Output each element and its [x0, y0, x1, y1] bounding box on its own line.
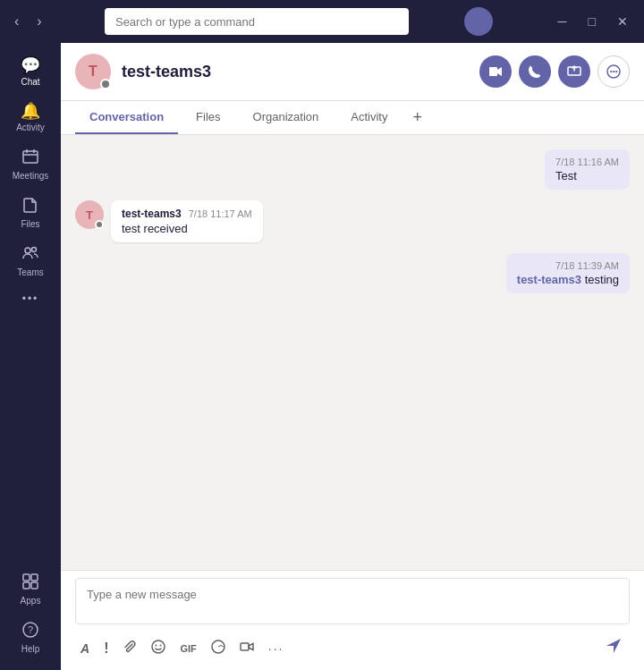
message-outgoing-2: 7/18 11:39 AM test-teams3 testing	[75, 253, 630, 293]
sidebar-label-chat: Chat	[21, 77, 39, 87]
mention: test-teams3	[517, 273, 581, 286]
user-avatar[interactable]	[464, 7, 493, 36]
more-toolbar-button[interactable]: ···	[263, 638, 290, 659]
sidebar-item-help[interactable]: ? Help	[4, 615, 57, 661]
svg-rect-6	[23, 574, 30, 581]
important-button[interactable]: !	[98, 637, 114, 660]
apps-icon	[22, 573, 38, 592]
nav-buttons: ‹ ›	[7, 10, 49, 33]
sticker-button[interactable]	[206, 636, 231, 661]
main-layout: 💬 Chat 🔔 Activity Meetings	[0, 43, 644, 670]
more-icon: •••	[22, 293, 39, 304]
sidebar-item-files[interactable]: Files	[4, 190, 57, 236]
svg-point-20	[160, 644, 162, 646]
close-button[interactable]: ✕	[608, 11, 637, 32]
tab-bar: Conversation Files Organization Activity…	[61, 101, 644, 135]
svg-rect-22	[241, 643, 249, 650]
message-bubble: test-teams3 7/18 11:17 AM test received	[111, 200, 263, 242]
message-text-suffix: testing	[581, 273, 619, 286]
sidebar-item-chat[interactable]: 💬 Chat	[4, 50, 57, 94]
sidebar-item-more[interactable]: •••	[4, 286, 57, 311]
contact-avatar: T	[75, 54, 111, 89]
video-call-button[interactable]	[479, 55, 512, 88]
meet-button[interactable]	[234, 636, 259, 661]
search-input[interactable]	[105, 8, 409, 35]
add-tab-button[interactable]: +	[405, 101, 429, 134]
sender-avatar: T	[75, 200, 104, 229]
input-toolbar: A ! GIF	[75, 628, 630, 663]
message-bubble: 7/18 11:16 AM Test	[545, 149, 630, 190]
tab-activity[interactable]: Activity	[336, 101, 402, 134]
help-icon: ?	[22, 622, 38, 640]
sidebar: 💬 Chat 🔔 Activity Meetings	[0, 43, 61, 670]
message-time: 7/18 11:39 AM	[517, 260, 619, 271]
maximize-button[interactable]: □	[580, 11, 605, 32]
activity-icon: 🔔	[21, 103, 40, 119]
message-text: Test	[555, 169, 619, 182]
forward-button[interactable]: ›	[30, 10, 48, 33]
message-text: test received	[122, 222, 252, 235]
share-screen-button[interactable]	[558, 55, 590, 88]
message-time: 7/18 11:16 AM	[555, 157, 619, 167]
title-bar: ‹ › ─ □ ✕	[0, 0, 644, 43]
tab-conversation[interactable]: Conversation	[75, 101, 178, 134]
input-area: A ! GIF	[61, 570, 644, 670]
files-icon	[22, 197, 38, 216]
sidebar-item-apps[interactable]: Apps	[4, 566, 57, 613]
avatar-initial: T	[89, 64, 97, 80]
svg-rect-12	[489, 67, 497, 76]
svg-rect-9	[31, 582, 38, 589]
chat-header: T test-teams3	[61, 43, 644, 101]
chat-content: T test-teams3	[61, 43, 644, 670]
send-button[interactable]	[597, 633, 630, 663]
minimize-button[interactable]: ─	[549, 11, 576, 32]
sidebar-label-teams: Teams	[17, 267, 43, 277]
teams-icon	[22, 245, 38, 264]
message-sender-row: test-teams3 7/18 11:17 AM	[122, 208, 252, 220]
message-outgoing-1: 7/18 11:16 AM Test	[75, 149, 630, 190]
sidebar-item-teams[interactable]: Teams	[4, 238, 57, 284]
avatar-status	[100, 79, 111, 89]
chat-icon: 💬	[21, 57, 40, 73]
format-button[interactable]: A	[75, 638, 95, 659]
sidebar-label-activity: Activity	[16, 123, 45, 132]
svg-rect-8	[23, 582, 30, 589]
giphy-button[interactable]: GIF	[174, 640, 201, 657]
tab-organization[interactable]: Organization	[239, 101, 334, 134]
svg-rect-7	[31, 574, 38, 581]
svg-rect-0	[23, 151, 38, 163]
message-input[interactable]	[75, 578, 630, 624]
more-options-button[interactable]	[597, 55, 630, 88]
sidebar-item-activity[interactable]: 🔔 Activity	[4, 96, 57, 140]
sidebar-label-help: Help	[21, 644, 40, 654]
header-actions	[479, 55, 630, 88]
sender-avatar-initial: T	[86, 208, 93, 222]
emoji-button[interactable]	[146, 636, 171, 661]
search-bar	[105, 8, 409, 35]
message-time: 7/18 11:17 AM	[189, 208, 252, 219]
meetings-icon	[22, 148, 38, 167]
window-controls: ─ □ ✕	[549, 11, 637, 32]
message-text: test-teams3 testing	[517, 273, 619, 286]
message-incoming-1: T test-teams3 7/18 11:17 AM test receive…	[75, 200, 630, 242]
svg-text:?: ?	[28, 624, 33, 635]
svg-point-18	[152, 640, 165, 653]
svg-point-19	[156, 644, 157, 646]
attach-button[interactable]	[117, 636, 142, 661]
message-sender: test-teams3	[122, 208, 182, 220]
sidebar-label-apps: Apps	[21, 596, 41, 606]
phone-call-button[interactable]	[519, 55, 551, 88]
messages-area: 7/18 11:16 AM Test T test-teams3 7/18 11…	[61, 135, 644, 570]
svg-point-4	[25, 248, 30, 253]
contact-name: test-teams3	[122, 63, 479, 81]
tab-files[interactable]: Files	[182, 101, 234, 134]
sidebar-label-files: Files	[21, 219, 39, 229]
sidebar-item-meetings[interactable]: Meetings	[4, 141, 57, 188]
message-bubble: 7/18 11:39 AM test-teams3 testing	[506, 253, 630, 293]
sender-status	[95, 220, 104, 229]
back-button[interactable]: ‹	[7, 10, 26, 33]
sidebar-label-meetings: Meetings	[13, 171, 49, 181]
svg-point-5	[32, 248, 37, 252]
